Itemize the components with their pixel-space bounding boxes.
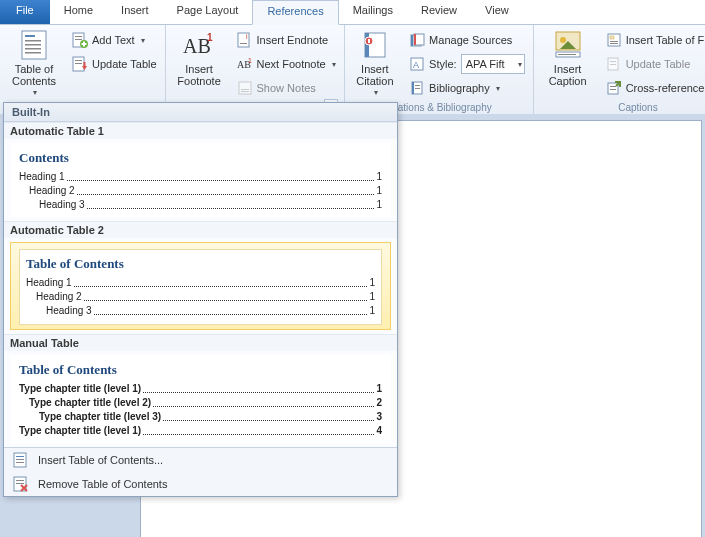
svg-rect-43 [558, 54, 576, 55]
insert-toc-icon [12, 452, 28, 468]
svg-rect-20 [240, 43, 247, 44]
chevron-down-icon: ▾ [518, 60, 522, 69]
add-text-label: Add Text [92, 34, 135, 46]
svg-rect-5 [25, 52, 41, 54]
svg-rect-13 [75, 60, 82, 61]
svg-rect-60 [16, 483, 24, 484]
insert-caption-button[interactable]: Insert Caption [538, 27, 598, 87]
next-footnote-button[interactable]: AB1 Next Footnote▾ [233, 53, 340, 75]
toc-line: Heading 11 [19, 170, 382, 184]
chevron-down-icon: ▾ [496, 84, 500, 93]
svg-rect-3 [25, 44, 41, 46]
chevron-down-icon: ▾ [374, 87, 378, 99]
insert-toc-label: Insert Table of Contents... [38, 454, 163, 466]
insert-toc-command[interactable]: Insert Table of Contents... [4, 448, 397, 472]
svg-rect-59 [16, 480, 24, 481]
update-table-button[interactable]: Update Table [68, 53, 161, 75]
svg-rect-31 [411, 35, 413, 46]
insert-table-of-figures-button[interactable]: Insert Table of Figures [602, 29, 705, 51]
toc-line: Heading 31 [19, 198, 382, 212]
tab-view[interactable]: View [471, 0, 523, 24]
tab-home[interactable]: Home [50, 0, 107, 24]
tab-references[interactable]: References [252, 0, 338, 25]
bibliography-label: Bibliography [429, 82, 490, 94]
add-text-icon [72, 32, 88, 48]
toc-line: Type chapter title (level 2)2 [19, 396, 382, 410]
tab-mailings[interactable]: Mailings [339, 0, 407, 24]
svg-rect-46 [610, 41, 618, 42]
tab-page-layout[interactable]: Page Layout [163, 0, 253, 24]
chevron-down-icon: ▾ [33, 87, 37, 99]
toc-gallery-dropdown: Built-In Automatic Table 1 Contents Head… [3, 102, 398, 497]
table-of-contents-button[interactable]: Table of Contents▾ [4, 27, 64, 99]
style-icon: A [409, 56, 425, 72]
gallery-item-automatic-table-1[interactable]: Contents Heading 11Heading 21Heading 31 [10, 143, 391, 217]
tab-insert[interactable]: Insert [107, 0, 163, 24]
insert-endnote-icon: i [237, 32, 253, 48]
tab-file[interactable]: File [0, 0, 50, 24]
style-value: APA Fift [466, 58, 505, 70]
svg-text:A: A [413, 60, 419, 70]
toc-line: Heading 21 [19, 184, 382, 198]
svg-rect-39 [415, 88, 420, 89]
manage-sources-button[interactable]: Manage Sources [405, 29, 529, 51]
insert-footnote-button[interactable]: AB1 Insert Footnote [170, 27, 229, 87]
cross-reference-label: Cross-reference [626, 82, 705, 94]
gallery-commands: Insert Table of Contents... Remove Table… [4, 447, 397, 496]
insert-endnote-label: Insert Endnote [257, 34, 329, 46]
gallery-item-automatic-table-2[interactable]: Table of Contents Heading 11Heading 21He… [10, 242, 391, 330]
tab-strip: File Home Insert Page Layout References … [0, 0, 705, 25]
toc-line: Type chapter title (level 1)1 [19, 382, 382, 396]
toc-preview-lines: Type chapter title (level 1)1Type chapte… [19, 382, 382, 438]
insert-caption-label: Insert Caption [549, 63, 587, 87]
update-table-label: Update Table [92, 58, 157, 70]
bibliography-button[interactable]: Bibliography▾ [405, 77, 529, 99]
svg-rect-47 [610, 43, 618, 44]
insert-citation-button[interactable]: Insert Citation▾ [349, 27, 401, 99]
chevron-down-icon: ▾ [332, 60, 336, 69]
toc-line: Type chapter title (level 3)3 [19, 410, 382, 424]
bibliography-icon [409, 80, 425, 96]
svg-rect-8 [75, 39, 82, 40]
remove-toc-icon [12, 476, 28, 492]
svg-rect-14 [75, 63, 82, 64]
insert-footnote-label: Insert Footnote [177, 63, 220, 87]
gallery-item-manual-table[interactable]: Table of Contents Type chapter title (le… [10, 355, 391, 443]
remove-toc-command[interactable]: Remove Table of Contents [4, 472, 397, 496]
svg-rect-11 [82, 43, 87, 45]
toc-line: Heading 31 [26, 304, 375, 318]
update-tof-button[interactable]: Update Table [602, 53, 705, 75]
table-of-contents-icon [18, 29, 50, 61]
toc-preview-lines: Heading 11Heading 21Heading 31 [26, 276, 375, 318]
svg-rect-49 [610, 61, 616, 62]
toc-title: Table of Contents [26, 256, 375, 272]
style-combo[interactable]: APA Fift ▾ [461, 54, 525, 74]
manage-sources-icon [409, 32, 425, 48]
toc-line: Heading 21 [26, 290, 375, 304]
svg-rect-4 [25, 48, 41, 50]
table-of-contents-label: Table of Contents [12, 63, 56, 87]
svg-rect-15 [84, 62, 86, 67]
tab-review[interactable]: Review [407, 0, 471, 24]
svg-rect-7 [75, 36, 82, 37]
insert-endnote-button[interactable]: i Insert Endnote [233, 29, 340, 51]
remove-toc-label: Remove Table of Contents [38, 478, 167, 490]
svg-rect-50 [610, 64, 616, 65]
group-label-captions: Captions [538, 101, 705, 115]
svg-rect-57 [16, 462, 24, 463]
chevron-down-icon: ▾ [141, 36, 145, 45]
insert-citation-icon [359, 29, 391, 61]
add-text-button[interactable]: Add Text▾ [68, 29, 161, 51]
insert-caption-icon [552, 29, 584, 61]
cross-reference-button[interactable]: Cross-reference [602, 77, 705, 99]
svg-rect-24 [241, 89, 249, 90]
insert-footnote-icon: AB1 [183, 29, 215, 61]
show-notes-label: Show Notes [257, 82, 316, 94]
show-notes-button[interactable]: Show Notes [233, 77, 340, 99]
svg-text:1: 1 [207, 32, 213, 43]
svg-point-41 [560, 37, 566, 43]
gallery-category-manual: Manual Table [4, 334, 397, 351]
style-label: Style: [429, 58, 457, 70]
toc-title: Contents [19, 150, 382, 166]
citation-style-control[interactable]: A Style: APA Fift ▾ [405, 53, 529, 75]
